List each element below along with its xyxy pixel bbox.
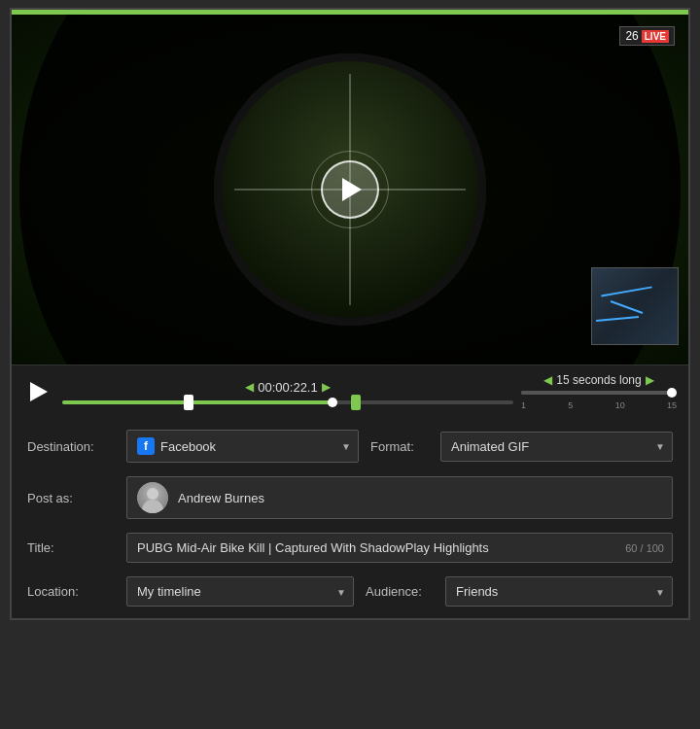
duration-thumb[interactable]	[667, 388, 677, 398]
badge-number: 26	[625, 29, 638, 43]
progress-track[interactable]	[62, 400, 513, 404]
minimap-line-1	[601, 287, 651, 297]
title-input-wrapper[interactable]: 60 / 100	[126, 533, 673, 563]
duration-label: 15 seconds long	[556, 373, 641, 387]
trim-marker-left[interactable]	[184, 395, 193, 410]
live-badge: LIVE	[642, 30, 669, 43]
post-as-section: Andrew Burnes	[126, 476, 673, 519]
duration-top: ◀ 15 seconds long ▶	[521, 373, 677, 387]
video-play-button[interactable]	[321, 160, 379, 219]
location-audience-row: Location: My timeline ▼ Audience: Friend…	[27, 576, 673, 607]
destination-value: Facebook	[160, 439, 348, 454]
controls-bar: ◀ 00:00:22.1 ▶ ◀ 15 seconds long ▶	[12, 364, 688, 418]
post-as-row: Post as: Andrew Burnes	[27, 476, 673, 519]
title-label: Title:	[27, 540, 115, 555]
minimap-line-3	[596, 316, 639, 322]
destination-format-row: Destination: f Facebook ▼ Format: Animat…	[27, 430, 673, 463]
progress-thumb[interactable]	[328, 398, 337, 407]
kill-badge: 26 LIVE	[619, 26, 675, 46]
format-value: Animated GIF	[451, 439, 662, 454]
post-as-label: Post as:	[27, 491, 115, 505]
duration-fill	[521, 391, 677, 395]
title-row: Title: 60 / 100	[27, 533, 673, 563]
play-icon	[342, 178, 362, 201]
play-icon	[30, 382, 48, 401]
timeline-section: ◀ 00:00:22.1 ▶	[62, 380, 513, 404]
minimap-line-2	[610, 300, 643, 314]
facebook-icon: f	[137, 437, 155, 455]
main-container: 26 LIVE ◀ 00:00:22.1 ▶	[10, 8, 690, 620]
duration-track[interactable]	[521, 391, 677, 395]
progress-fill	[62, 400, 332, 404]
minimap-inner	[592, 268, 678, 344]
duration-ticks: 1 5 10 15	[521, 400, 677, 410]
timeline-top: ◀ 00:00:22.1 ▶	[62, 380, 513, 395]
location-value: My timeline	[137, 584, 343, 599]
avatar	[137, 482, 168, 513]
timecode-left-arrow[interactable]: ◀	[245, 380, 254, 394]
audience-select-wrapper[interactable]: Friends ▼	[445, 576, 673, 607]
tick-5: 5	[568, 400, 573, 410]
title-input[interactable]	[127, 534, 672, 562]
destination-label: Destination:	[27, 439, 115, 454]
title-char-count: 60 / 100	[625, 542, 664, 554]
timecode-right-arrow[interactable]: ▶	[322, 380, 331, 394]
audience-label: Audience:	[366, 584, 434, 599]
form-section: Destination: f Facebook ▼ Format: Animat…	[12, 418, 688, 618]
minimap	[591, 267, 679, 345]
duration-right-arrow[interactable]: ▶	[646, 373, 654, 387]
tick-10: 10	[615, 400, 625, 410]
post-as-name: Andrew Burnes	[178, 491, 264, 505]
play-pause-button[interactable]	[23, 376, 54, 407]
tick-1: 1	[521, 400, 526, 410]
trim-marker-right[interactable]	[351, 395, 361, 410]
duration-section: ◀ 15 seconds long ▶ 1 5 10 15	[521, 373, 677, 410]
format-label: Format:	[370, 439, 429, 454]
timecode-display: 00:00:22.1	[258, 380, 317, 395]
destination-select-wrapper[interactable]: f Facebook ▼	[126, 430, 359, 463]
tick-15: 15	[667, 400, 677, 410]
location-label: Location:	[27, 584, 115, 599]
avatar-image	[137, 482, 168, 513]
duration-left-arrow[interactable]: ◀	[543, 373, 552, 387]
video-player[interactable]: 26 LIVE	[12, 15, 688, 364]
format-select-wrapper[interactable]: Animated GIF ▼	[440, 432, 673, 462]
audience-value: Friends	[456, 584, 662, 599]
location-select-wrapper[interactable]: My timeline ▼	[126, 576, 354, 607]
